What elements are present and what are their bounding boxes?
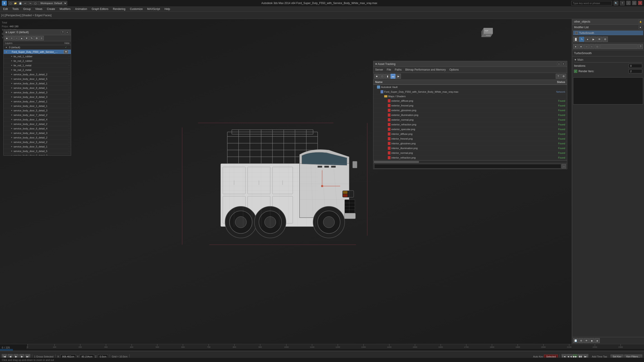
asset-browse-btn[interactable]: ... <box>562 164 566 168</box>
layer-row[interactable]: ■ service_body_door_9_detail_1 ··· <box>4 81 71 86</box>
asset-tab-server[interactable]: Server <box>375 68 383 72</box>
layers-tool-1[interactable]: ■ <box>4 36 9 40</box>
asset-close-btn[interactable]: × <box>562 62 565 66</box>
layer-row[interactable]: ■ service_body_door_5_detail_2 ··· <box>4 140 71 144</box>
menu-views[interactable]: Views <box>34 7 44 11</box>
asset-tool-1[interactable]: ■ <box>374 74 379 79</box>
search-input[interactable] <box>571 1 612 5</box>
asset-file-row[interactable]: exterior_illumination.png Found <box>373 113 567 117</box>
menu-modifiers[interactable]: Modifiers <box>58 7 72 11</box>
layer-row[interactable]: ■ service_body_door_8_detail_3 ··· <box>4 95 71 99</box>
undo-btn[interactable]: ↩ <box>23 1 28 5</box>
rp-display-icon[interactable]: 👁 <box>596 36 602 42</box>
layer-row[interactable]: ■ tie_rod_2_metal ··· <box>4 68 71 72</box>
layer-row[interactable]: ■ service_body_door_1_detail_4 ··· <box>4 117 71 122</box>
layer-row[interactable]: ■ tie_rod_1_metal ··· <box>4 63 71 68</box>
redo-btn[interactable]: ↪ <box>28 1 32 5</box>
asset-tab-options[interactable]: Options <box>450 68 459 72</box>
menu-graph-editors[interactable]: Graph Editors <box>90 7 110 11</box>
layer-row[interactable]: ■ service_body_door_3_detail_2 ··· <box>4 72 71 77</box>
asset-tool-5[interactable]: ▶ <box>396 74 401 79</box>
help-btn[interactable]: ? <box>620 1 624 5</box>
menu-create[interactable]: Create <box>45 7 57 11</box>
asset-file-row[interactable]: exterior_refraction.png Found <box>373 122 567 127</box>
layer-row-default[interactable]: ■ 0 (default) ✓ ... <box>4 45 71 50</box>
layers-question-btn[interactable]: ? <box>61 30 64 34</box>
search-btn[interactable]: 🔍 <box>614 1 618 5</box>
layer-row[interactable]: ■ service_body_door_5_detail_3 ··· <box>4 108 71 113</box>
layer-row[interactable]: ■ service_body_door_5_detail_1 ··· <box>4 144 71 149</box>
layers-tool-settings[interactable]: ⚙ <box>34 36 39 40</box>
asset-tool-2[interactable]: □ <box>380 74 385 79</box>
rp-bottom-icon-3[interactable]: 👁 <box>584 338 589 343</box>
modifier-checkbox[interactable] <box>575 31 578 34</box>
asset-file-row[interactable]: exterior_fresnel.png Found <box>373 103 567 108</box>
menu-animation[interactable]: Animation <box>73 7 89 11</box>
mp-icon-3[interactable]: → <box>584 44 589 49</box>
menu-tools[interactable]: Tools <box>10 7 20 11</box>
asset-file-row[interactable]: interior_normal.png Found <box>373 151 567 155</box>
asset-file-row[interactable]: interior_illumination.png Found <box>373 146 567 151</box>
rp-utilities-icon[interactable]: ⚙ <box>602 36 608 42</box>
layer-row[interactable]: ■ tie_rod_2_rubber ··· <box>4 59 71 63</box>
menu-group[interactable]: Group <box>22 7 32 11</box>
main-rollout-label[interactable]: ▼ Main <box>574 58 642 62</box>
asset-tab-file[interactable]: File <box>387 68 391 72</box>
rp-bottom-icon-1[interactable]: 📃 <box>573 338 578 343</box>
asset-file-row[interactable]: exterior_normal.png Found <box>373 117 567 122</box>
layer-row[interactable]: ■ service_body_door_8_detail_1 ··· <box>4 86 71 90</box>
mp-icon-4[interactable]: ← <box>589 44 594 49</box>
render-setup-btn[interactable]: ▢ <box>33 1 38 5</box>
asset-file-row[interactable]: exterior_glossines.png Found <box>373 108 567 113</box>
rp-hierarchy-icon[interactable]: ● <box>585 36 590 42</box>
layers-content[interactable]: ■ 0 (default) ✓ ... ■ Ford_Super_Duty_F5… <box>4 45 71 155</box>
modifier-dropdown-btn[interactable]: ▼ <box>638 25 642 29</box>
menu-edit[interactable]: Edit <box>1 7 10 11</box>
save-btn[interactable]: 💾 <box>18 1 22 5</box>
asset-tool-4[interactable]: ▬ <box>390 74 396 79</box>
rp-bottom-icon-2[interactable]: ⚙ <box>578 338 584 343</box>
asset-file-row[interactable]: Autodesk Vault <box>373 85 567 89</box>
layers-tool-minus[interactable]: − <box>14 36 19 40</box>
layer-row[interactable]: ■ service_body_door_6_detail_3 ··· <box>4 153 71 155</box>
rp-motion-icon[interactable]: ▶ <box>591 36 596 42</box>
asset-tab-paths[interactable]: Paths <box>395 68 402 72</box>
rp-bottom-icon-4[interactable]: ◆ <box>589 338 594 343</box>
asset-file-row[interactable]: exterior_diffuse.png Found <box>373 99 567 103</box>
layers-tool-plus[interactable]: + <box>10 36 14 40</box>
asset-file-row[interactable]: interior_fresnel.png Found <box>373 136 567 141</box>
maximize-btn[interactable]: □ <box>632 1 636 5</box>
render-iters-checkbox[interactable]: ✓ <box>574 70 577 73</box>
asset-tool-3[interactable]: ▮ <box>385 74 390 79</box>
layer-row-ford[interactable]: ■ Ford_Super_Duty_F550_with_Service_Body… <box>4 50 71 54</box>
workspace-dropdown[interactable]: Workspace: Default <box>38 1 67 5</box>
layer-row[interactable]: ■ service_body_door_7_detail_2 ··· <box>4 113 71 117</box>
layer-row[interactable]: ■ service_body_door_3_detail_3 ··· <box>4 131 71 135</box>
asset-file-row[interactable]: Ford_Super_Duty_F550_with_Service_Body_W… <box>373 89 567 94</box>
asset-file-row[interactable]: interior_refraction.png Found <box>373 155 567 160</box>
layer-row[interactable]: ■ service_body_door_1_detail_1 ··· <box>4 104 71 108</box>
layer-row[interactable]: ■ service_body_door_6_detail_2 ··· <box>4 135 71 140</box>
asset-help-btn[interactable]: ? <box>556 74 561 79</box>
layer-eye-btn[interactable]: 👁 <box>64 50 68 54</box>
asset-tab-bitmap-perf[interactable]: Bitmap Performance and Memory <box>405 68 446 72</box>
new-btn[interactable]: ▢ <box>8 1 13 5</box>
menu-help[interactable]: Help <box>163 7 172 11</box>
layer-row[interactable]: ■ service_body_door_6_detail_4 ··· <box>4 126 71 131</box>
right-panel-lock[interactable]: 🔒 <box>638 20 642 23</box>
layer-row[interactable]: ■ service_body_door_1_detail_5 ··· <box>4 77 71 81</box>
iterations-input[interactable] <box>629 64 642 68</box>
rp-bottom-icon-5[interactable]: ◈ <box>595 338 600 343</box>
menu-customize[interactable]: Customize <box>128 7 144 11</box>
asset-file-row[interactable]: Maps / Shaders <box>373 94 567 99</box>
layers-close-btn[interactable]: × <box>66 30 69 34</box>
modifier-item-turbosmooth[interactable]: TurboSmooth <box>573 31 643 35</box>
layer-row[interactable]: ■ service_body_door_2_detail_2 ··· <box>4 122 71 126</box>
asset-file-row[interactable]: exterior_specular.png Found <box>373 127 567 132</box>
layer-row[interactable]: ■ service_body_door_9_detail_3 ··· <box>4 90 71 95</box>
asset-h-scroll-thumb[interactable] <box>374 161 419 163</box>
menu-maxscript[interactable]: MAXScript <box>145 7 162 11</box>
layers-tool-up[interactable]: ▲ <box>20 36 24 40</box>
rp-create-icon[interactable]: █ <box>573 36 578 42</box>
layer-row[interactable]: ■ service_body_door_3_detail_5 ··· <box>4 149 71 153</box>
